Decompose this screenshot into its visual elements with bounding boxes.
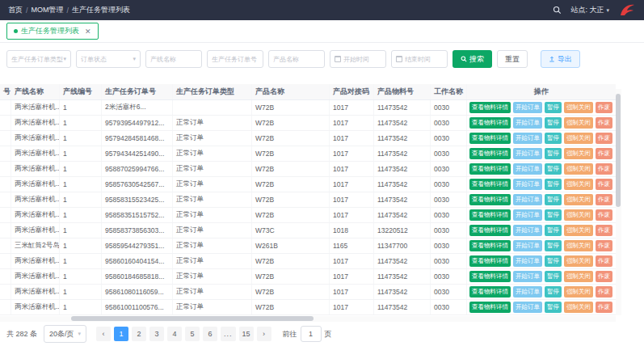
pause-button[interactable]: 暂停 — [545, 255, 562, 267]
start-order-button[interactable]: 开始订单 — [513, 255, 542, 267]
horizontal-scrollbar[interactable] — [0, 316, 616, 322]
pause-button[interactable]: 暂停 — [545, 163, 562, 175]
force-close-button[interactable]: 强制关闭 — [564, 209, 593, 221]
close-icon[interactable]: ✕ — [85, 27, 91, 36]
void-button[interactable]: 作废 — [596, 209, 612, 221]
force-close-button[interactable]: 强制关闭 — [564, 179, 593, 190]
page-button[interactable]: 4 — [167, 327, 182, 341]
start-order-button[interactable]: 开始订单 — [513, 102, 542, 113]
force-close-button[interactable]: 强制关闭 — [564, 240, 593, 251]
void-button[interactable]: 作废 — [596, 225, 612, 236]
force-close-button[interactable]: 强制关闭 — [564, 255, 593, 267]
start-order-button[interactable]: 开始订单 — [513, 225, 542, 236]
pause-button[interactable]: 暂停 — [545, 209, 562, 221]
void-button[interactable]: 作废 — [596, 133, 612, 144]
view-materials-button[interactable]: 查看物料详情 — [469, 302, 511, 313]
view-materials-button[interactable]: 查看物料详情 — [469, 194, 511, 205]
breadcrumb-item[interactable]: MOM管理 — [32, 5, 64, 15]
view-materials-button[interactable]: 查看物料详情 — [469, 148, 511, 159]
force-close-button[interactable]: 强制关闭 — [564, 148, 593, 159]
start-order-button[interactable]: 开始订单 — [513, 240, 542, 251]
void-button[interactable]: 作废 — [596, 194, 612, 205]
start-order-button[interactable]: 开始订单 — [513, 148, 542, 159]
void-button[interactable]: 作废 — [596, 255, 612, 267]
page-button[interactable]: 2 — [132, 327, 146, 341]
view-materials-button[interactable]: 查看物料详情 — [469, 102, 511, 113]
page-button[interactable]: 3 — [149, 327, 164, 341]
view-materials-button[interactable]: 查看物料详情 — [469, 163, 511, 175]
vertical-scrollbar[interactable] — [616, 89, 621, 315]
start-order-button[interactable]: 开始订单 — [513, 271, 542, 282]
filter-field-select[interactable]: 订单状态▾ — [76, 50, 141, 68]
filter-field-input[interactable]: 产线名称 — [145, 50, 202, 68]
filter-field-date[interactable]: 结束时间 — [391, 50, 448, 68]
page-button[interactable]: 5 — [185, 327, 200, 341]
prev-page-button[interactable]: ‹ — [96, 327, 111, 341]
vertical-scrollbar-thumb[interactable] — [616, 94, 621, 207]
pause-button[interactable]: 暂停 — [545, 133, 562, 144]
view-materials-button[interactable]: 查看物料详情 — [469, 286, 511, 298]
pause-button[interactable]: 暂停 — [545, 148, 562, 159]
void-button[interactable]: 作废 — [596, 148, 612, 159]
filter-field-date[interactable]: 开始时间 — [330, 50, 386, 68]
reset-button[interactable]: 重置 — [497, 50, 528, 68]
tab-production-task-list[interactable]: 生产任务管理列表 ✕ — [6, 23, 99, 40]
pause-button[interactable]: 暂停 — [545, 225, 562, 236]
view-materials-button[interactable]: 查看物料详情 — [469, 225, 511, 236]
start-order-button[interactable]: 开始订单 — [513, 133, 542, 144]
page-size-select[interactable]: 20条/页 ▾ — [44, 325, 86, 343]
force-close-button[interactable]: 强制关闭 — [564, 117, 593, 129]
breadcrumb-item[interactable]: 首页 — [8, 5, 23, 15]
force-close-button[interactable]: 强制关闭 — [564, 163, 593, 175]
pause-button[interactable]: 暂停 — [545, 240, 562, 251]
void-button[interactable]: 作废 — [596, 240, 612, 251]
pause-button[interactable]: 暂停 — [545, 286, 562, 298]
pause-button[interactable]: 暂停 — [545, 179, 562, 190]
page-button[interactable]: 1 — [114, 327, 128, 341]
pause-button[interactable]: 暂停 — [545, 194, 562, 205]
force-close-button[interactable]: 强制关闭 — [564, 102, 593, 113]
view-materials-button[interactable]: 查看物料详情 — [469, 271, 511, 282]
start-order-button[interactable]: 开始订单 — [513, 179, 542, 190]
void-button[interactable]: 作废 — [596, 302, 612, 313]
filter-field-input[interactable]: 产品名称 — [268, 50, 325, 68]
force-close-button[interactable]: 强制关闭 — [564, 286, 593, 298]
view-materials-button[interactable]: 查看物料详情 — [469, 117, 511, 129]
view-materials-button[interactable]: 查看物料详情 — [469, 255, 511, 267]
start-order-button[interactable]: 开始订单 — [513, 302, 542, 313]
breadcrumb-item[interactable]: 生产任务管理列表 — [72, 5, 130, 15]
page-ellipsis[interactable]: ... — [221, 327, 236, 341]
site-selector[interactable]: 站点: 大正 ▾ — [570, 5, 609, 15]
force-close-button[interactable]: 强制关闭 — [564, 133, 593, 144]
void-button[interactable]: 作废 — [596, 102, 612, 113]
view-materials-button[interactable]: 查看物料详情 — [469, 179, 511, 190]
start-order-button[interactable]: 开始订单 — [513, 209, 542, 221]
export-button[interactable]: 导出 — [541, 50, 580, 68]
filter-field-select[interactable]: 生产任务订单类型▾ — [6, 50, 71, 68]
next-page-button[interactable]: › — [257, 327, 271, 341]
void-button[interactable]: 作废 — [596, 163, 612, 175]
filter-field-input[interactable]: 生产任务订单号 — [207, 50, 263, 68]
void-button[interactable]: 作废 — [596, 179, 612, 190]
goto-page-input[interactable] — [301, 326, 322, 342]
page-button[interactable]: 6 — [203, 327, 217, 341]
force-close-button[interactable]: 强制关闭 — [564, 271, 593, 282]
view-materials-button[interactable]: 查看物料详情 — [469, 240, 511, 251]
pause-button[interactable]: 暂停 — [545, 117, 562, 129]
start-order-button[interactable]: 开始订单 — [513, 163, 542, 175]
void-button[interactable]: 作废 — [596, 117, 612, 129]
search-button[interactable]: 搜索 — [452, 50, 492, 68]
search-icon[interactable] — [553, 6, 562, 15]
pause-button[interactable]: 暂停 — [545, 302, 562, 313]
force-close-button[interactable]: 强制关闭 — [564, 225, 593, 236]
pause-button[interactable]: 暂停 — [545, 271, 562, 282]
force-close-button[interactable]: 强制关闭 — [564, 302, 593, 313]
page-button[interactable]: 15 — [239, 327, 254, 341]
horizontal-scrollbar-thumb[interactable] — [71, 316, 314, 321]
void-button[interactable]: 作废 — [596, 271, 612, 282]
view-materials-button[interactable]: 查看物料详情 — [469, 209, 511, 221]
start-order-button[interactable]: 开始订单 — [513, 117, 542, 129]
force-close-button[interactable]: 强制关闭 — [564, 194, 593, 205]
void-button[interactable]: 作废 — [596, 286, 612, 298]
view-materials-button[interactable]: 查看物料详情 — [469, 133, 511, 144]
